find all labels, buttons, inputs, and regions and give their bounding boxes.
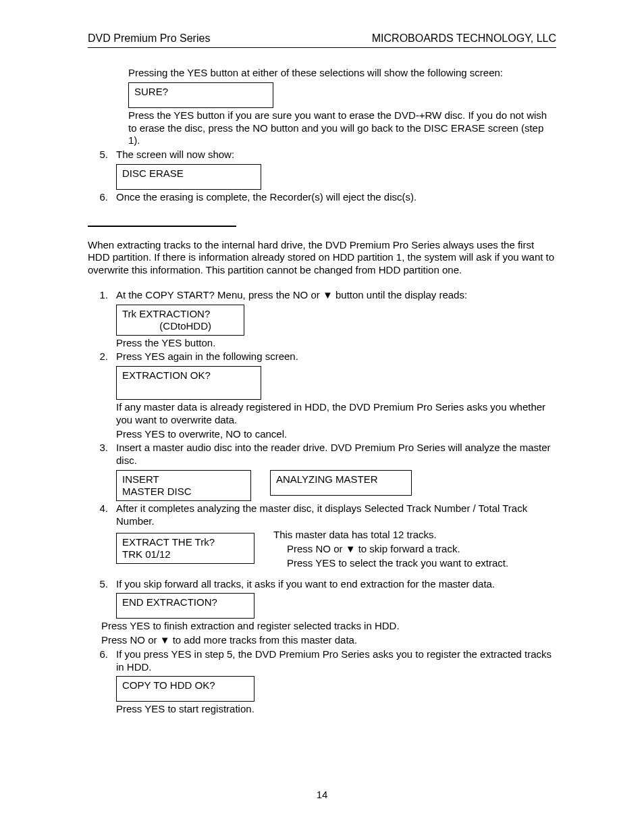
item-after: Press the YES button. [116,337,556,350]
screen-line2: MASTER DISC [122,486,245,498]
item5-after2: Press NO or ▼ to add more tracks from th… [101,634,556,647]
list-num: 1. [88,289,116,351]
list-num: 5. [88,578,116,621]
screen-text: ANALYZING MASTER [276,473,378,485]
screen-insert-master: INSERT MASTER DISC [116,470,251,501]
item-text: At the COPY START? Menu, press the NO or… [116,289,556,302]
list-num: 4. [88,502,116,571]
item-after1: If any master data is already registered… [116,401,556,427]
list-num: 6. [88,648,116,717]
side-notes: This master data has total 12 tracks. Pr… [273,529,508,571]
header-left: DVD Premium Pro Series [88,32,210,45]
screen-disc-erase: DISC ERASE [116,164,261,190]
screen-text: COPY TO HDD OK? [122,679,215,691]
list-num: 5. [88,149,116,191]
screen-line1: Trk EXTRACTION? [122,308,238,320]
list-num: 3. [88,442,116,502]
item-text: Insert a master audio disc into the read… [116,442,556,467]
list-b-item-1: 1. At the COPY START? Menu, press the NO… [88,289,556,351]
side-note-1: This master data has total 12 tracks. [273,529,508,542]
screen-sure: SURE? [128,82,273,108]
list-a: 5. The screen will now show: DISC ERASE … [88,149,556,205]
screen-line2: TRK 01/12 [122,548,248,561]
item-text: After it completes analyzing the master … [116,502,556,528]
list-b: 1. At the COPY START? Menu, press the NO… [88,289,556,621]
screen-text: EXTRACTION OK? [122,369,211,381]
screen-row: INSERT MASTER DISC ANALYZING MASTER [116,469,556,502]
screen-end-extraction: END EXTRACTION? [116,593,254,619]
list-a-item-6: 6. Once the erasing is complete, the Rec… [88,191,556,205]
intro-block: Pressing the YES button at either of the… [128,67,556,147]
list-b-item-2: 2. Press YES again in the following scre… [88,350,556,442]
list-b-item-4: 4. After it completes analyzing the mast… [88,502,556,571]
item-text: If you skip forward all tracks, it asks … [116,578,556,591]
screen-and-notes-row: EXTRACT THE Trk? TRK 01/12 This master d… [116,529,556,571]
section-divider [88,226,236,227]
screen-line1: EXTRACT THE Trk? [122,536,248,548]
side-note-2: Press NO or ▼ to skip forward a track. [287,543,508,556]
list-b-cont: 6. If you press YES in step 5, the DVD P… [88,648,556,717]
item5-after1: Press YES to finish extraction and regis… [101,620,556,633]
item-text: Press YES again in the following screen. [116,350,556,363]
item-after: Press YES to start registration. [116,703,556,716]
screen-extraction-ok: EXTRACTION OK? [116,366,261,400]
list-b-item-3: 3. Insert a master audio disc into the r… [88,442,556,502]
list-num: 2. [88,350,116,442]
intro-text-1: Pressing the YES button at either of the… [128,67,556,80]
page-header: DVD Premium Pro Series MICROBOARDS TECHN… [88,32,556,48]
item-after2: Press YES to overwrite, NO to cancel. [116,428,556,441]
screen-analyzing: ANALYZING MASTER [270,470,412,496]
intro-text-2: Press the YES button if you are sure you… [128,109,556,147]
page: DVD Premium Pro Series MICROBOARDS TECHN… [0,0,644,834]
mid-paragraph: When extracting tracks to the internal h… [88,239,556,277]
screen-copy-hdd: COPY TO HDD OK? [116,676,254,702]
list-b-item-6: 6. If you press YES in step 5, the DVD P… [88,648,556,717]
screen-sure-text: SURE? [134,86,168,97]
item-text: The screen will now show: [116,149,556,161]
screen-trk-extraction: Trk EXTRACTION? (CDtoHDD) [116,305,244,336]
list-a-item-5: 5. The screen will now show: DISC ERASE [88,149,556,191]
list-b-item-5: 5. If you skip forward all tracks, it as… [88,578,556,621]
item-text: If you press YES in step 5, the DVD Prem… [116,648,556,674]
screen-text: DISC ERASE [122,167,184,179]
header-right: MICROBOARDS TECHNOLOGY, LLC [372,32,556,45]
item5-followup: Press YES to finish extraction and regis… [101,620,556,647]
list-num: 6. [88,191,116,205]
screen-line2: (CDtoHDD) [122,320,238,332]
screen-line1: INSERT [122,473,245,486]
page-number: 14 [0,789,644,800]
screen-extract-trk: EXTRACT THE Trk? TRK 01/12 [116,533,254,564]
screen-text: END EXTRACTION? [122,596,217,608]
item-text: Once the erasing is complete, the Record… [116,191,556,204]
side-note-3: Press YES to select the track you want t… [287,557,508,570]
